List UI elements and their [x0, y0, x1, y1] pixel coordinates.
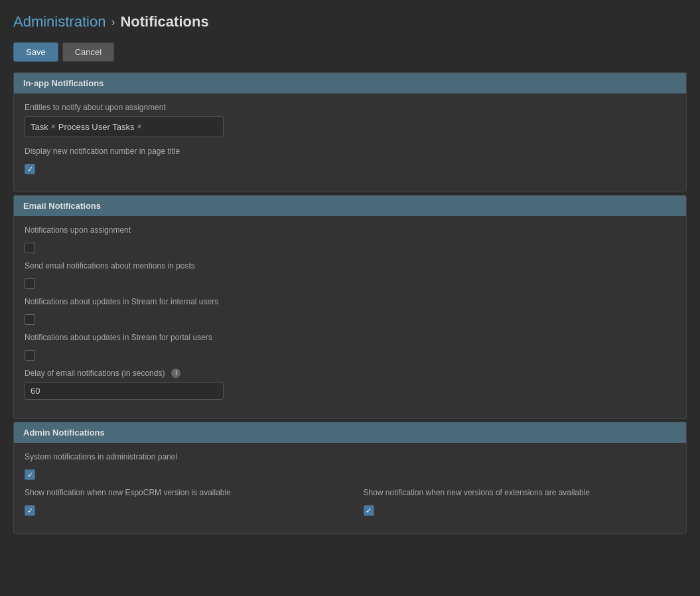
- system-notif-label: System notifications in administration p…: [25, 452, 177, 461]
- breadcrumb-current: Notifications: [120, 13, 208, 30]
- toolbar: Save Cancel: [13, 42, 687, 62]
- admin-notifications-section: Admin Notifications System notifications…: [13, 422, 687, 534]
- entities-tag-input[interactable]: Task × Process User Tasks ×: [25, 116, 224, 137]
- in-app-notifications-body: Entities to notify about upon assignment…: [14, 93, 686, 192]
- tag-process-user-tasks: Process User Tasks ×: [58, 122, 142, 132]
- notif-mentions-field: Send email notifications about mentions …: [25, 261, 675, 289]
- espocrm-col: Show notification when new EspoCRM versi…: [25, 488, 337, 524]
- notif-mentions-label: Send email notifications about mentions …: [25, 261, 195, 270]
- display-notification-checkbox[interactable]: [25, 164, 35, 174]
- admin-notifications-header: Admin Notifications: [14, 422, 686, 443]
- system-notif-checkbox[interactable]: [25, 469, 35, 480]
- notif-stream-internal-label: Notifications about updates in Stream fo…: [25, 297, 218, 306]
- delay-input[interactable]: [25, 382, 224, 400]
- notif-stream-portal-checkbox[interactable]: [25, 350, 35, 361]
- system-notif-field: System notifications in administration p…: [25, 452, 675, 480]
- breadcrumb-separator: ›: [111, 15, 115, 29]
- admin-two-col: Show notification when new EspoCRM versi…: [25, 488, 675, 524]
- espocrm-checkbox[interactable]: [25, 505, 35, 516]
- email-notifications-body: Notifications upon assignment Send email…: [14, 216, 686, 418]
- notif-stream-internal-checkbox[interactable]: [25, 314, 35, 325]
- espocrm-label: Show notification when new EspoCRM versi…: [25, 488, 231, 497]
- notif-stream-portal-field: Notifications about updates in Stream fo…: [25, 333, 675, 361]
- notif-assignment-checkbox[interactable]: [25, 243, 35, 253]
- email-notifications-section: Email Notifications Notifications upon a…: [13, 195, 687, 419]
- notif-stream-internal-field: Notifications about updates in Stream fo…: [25, 297, 675, 325]
- entities-field: Entities to notify about upon assignment…: [25, 103, 675, 137]
- delay-label-row: Delay of email notifications (in seconds…: [25, 369, 675, 378]
- save-button[interactable]: Save: [13, 42, 58, 62]
- delay-info-icon[interactable]: i: [171, 369, 180, 378]
- delay-label: Delay of email notifications (in seconds…: [25, 369, 165, 378]
- breadcrumb-admin[interactable]: Administration: [13, 13, 105, 30]
- in-app-notifications-section: In-app Notifications Entities to notify …: [13, 72, 687, 192]
- admin-notifications-body: System notifications in administration p…: [14, 443, 686, 533]
- tag-process-user-tasks-label: Process User Tasks: [58, 122, 135, 132]
- tag-process-user-tasks-remove[interactable]: ×: [137, 122, 141, 131]
- display-notification-label: Display new notification number in page …: [25, 147, 180, 156]
- notif-stream-portal-label: Notifications about updates in Stream fo…: [25, 333, 212, 342]
- notif-mentions-checkbox[interactable]: [25, 278, 35, 289]
- notif-assignment-label: Notifications upon assignment: [25, 225, 131, 235]
- cancel-button[interactable]: Cancel: [62, 42, 114, 62]
- entities-label: Entities to notify about upon assignment: [25, 103, 675, 112]
- tag-task: Task ×: [31, 122, 56, 132]
- delay-field: Delay of email notifications (in seconds…: [25, 369, 675, 400]
- in-app-notifications-header: In-app Notifications: [14, 73, 686, 93]
- notif-assignment-field: Notifications upon assignment: [25, 225, 675, 253]
- display-notification-field: Display new notification number in page …: [25, 147, 675, 174]
- email-notifications-header: Email Notifications: [14, 196, 686, 216]
- tag-task-remove[interactable]: ×: [51, 122, 56, 131]
- breadcrumb: Administration › Notifications: [13, 13, 687, 30]
- extensions-checkbox[interactable]: [364, 505, 374, 516]
- extensions-col: Show notification when new versions of e…: [364, 488, 676, 524]
- espocrm-field: Show notification when new EspoCRM versi…: [25, 488, 337, 516]
- extensions-field: Show notification when new versions of e…: [364, 488, 676, 516]
- tag-task-label: Task: [31, 122, 48, 132]
- extensions-label: Show notification when new versions of e…: [364, 488, 591, 497]
